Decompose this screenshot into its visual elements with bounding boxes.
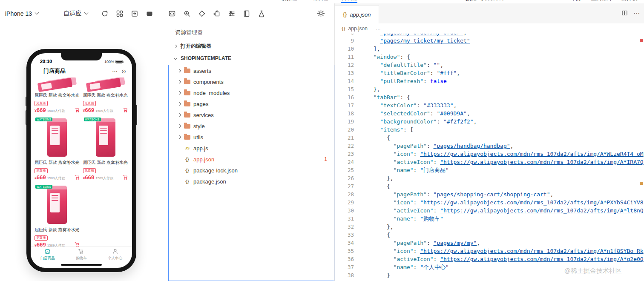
- tree-item-pages[interactable]: pages: [169, 98, 334, 109]
- top-tab-调试器[interactable]: 调试器: [341, 0, 357, 3]
- library-book-icon[interactable]: [243, 10, 250, 17]
- product-card[interactable]: 屈臣氏 新款 燕窝补水光见直播¥6691589人付款: [34, 78, 80, 113]
- code-area[interactable]: 8 "pages/my-order/my-order",9 "pages/my-…: [335, 34, 644, 281]
- power-button: [136, 105, 137, 125]
- product-image: [34, 78, 80, 91]
- top-tab-详情[interactable]: 详情: [570, 0, 581, 3]
- tree-item-asserts[interactable]: asserts: [169, 65, 334, 76]
- vconsole-icon[interactable]: [168, 10, 176, 17]
- phone-tab-门店商品[interactable]: 门店商品: [31, 247, 64, 262]
- checkup-search-icon[interactable]: [183, 10, 191, 17]
- top-tab-编辑器[interactable]: 编辑器: [312, 0, 329, 3]
- code-line: 17 "textColor": "#333333",: [335, 101, 644, 109]
- price-value: 669: [37, 107, 46, 113]
- line-number: 24: [335, 158, 354, 166]
- file-label: utils: [193, 134, 203, 140]
- volume-button: [26, 97, 27, 106]
- sales-count: 1589人付款: [47, 176, 65, 181]
- sales-count: 1589人付款: [47, 243, 65, 247]
- product-image: [83, 78, 129, 91]
- file-label: app.js: [193, 145, 208, 152]
- tree-item-style[interactable]: style: [169, 120, 334, 132]
- chevron-right-icon: [174, 44, 177, 48]
- code-line: 18 "selectedColor": "#009D9A",: [335, 109, 644, 118]
- settings-gear-icon[interactable]: [317, 9, 325, 17]
- add-to-cart-icon[interactable]: [75, 175, 80, 180]
- add-to-cart-icon[interactable]: [123, 107, 128, 113]
- top-tab-模拟器[interactable]: 模拟器: [281, 0, 298, 3]
- phone-tab-购物车[interactable]: 购物车: [64, 247, 98, 262]
- top-tab-预览[interactable]: 预览: [466, 0, 477, 3]
- top-tab-上传版本[interactable]: 上传版本: [591, 0, 613, 3]
- phone-tab-个人中心[interactable]: 个人中心: [98, 247, 132, 262]
- mock-filter-icon[interactable]: [228, 10, 236, 17]
- tree-item-node_modules[interactable]: node_modules: [169, 87, 334, 98]
- json-file-icon: {}: [342, 26, 345, 31]
- watermark: @稀土掘金技术社区: [564, 267, 622, 275]
- chevron-right-icon: [178, 80, 181, 83]
- line-number: 27: [335, 182, 354, 190]
- switch-page-icon[interactable]: [131, 10, 138, 17]
- project-section[interactable]: SHOPINGTEMPLATE: [168, 50, 334, 61]
- explorer-panel: 资源管理器 打开的编辑器 SHOPINGTEMPLATE assertscomp…: [168, 23, 334, 281]
- more-menu-icon[interactable]: ⋯: [112, 68, 118, 75]
- tree-item-app.js[interactable]: JSapp.js: [169, 143, 334, 154]
- zoom-selector[interactable]: 自适应: [63, 10, 88, 17]
- chevron-down-icon: [174, 56, 177, 60]
- more-actions-icon[interactable]: ⋯: [633, 10, 640, 16]
- phone-frame: 20:10 100% 门店商品 ⋯ ⊙ 屈臣氏: [26, 49, 136, 272]
- page-title: 门店商品: [43, 67, 66, 75]
- device-selector[interactable]: iPhone 13: [5, 10, 38, 17]
- code-line: 29 "icon": "https://gw.alipayobjects.com…: [335, 198, 644, 206]
- code-line: 16 "tabBar": {: [335, 93, 644, 101]
- code-line: 32 },: [335, 223, 644, 231]
- product-card[interactable]: WATSONS屈臣氏 新款 燕窝补水光见直播¥6691589人付款: [34, 117, 80, 181]
- folder-icon: [184, 102, 190, 106]
- file-label: style: [193, 123, 205, 129]
- warning-marker: [640, 182, 643, 185]
- tree-item-package.json[interactable]: {}package.json: [169, 176, 334, 187]
- tab-app-json[interactable]: {} app.json: [335, 5, 379, 23]
- ide-window: 模拟器编辑器调试器预览真机调试详情上传版本云开发 iPhone 13 自适应: [0, 0, 644, 281]
- tree-item-services[interactable]: services: [169, 109, 334, 120]
- brand-tag: WATSONS: [84, 118, 101, 121]
- tree-item-components[interactable]: components: [169, 76, 334, 87]
- code-line: 13 "titleBarColor": "#fff",: [335, 69, 644, 77]
- product-card[interactable]: 屈臣氏 新款 燕窝补水光见直播¥6691589人付款: [83, 78, 129, 113]
- breadcrumb[interactable]: {} app.json …: [335, 23, 644, 34]
- code-line: 28 "pagePath": "pages/shopping-cart/shop…: [335, 190, 644, 198]
- file-label: node_modules: [193, 90, 230, 96]
- target-icon[interactable]: ⊙: [121, 68, 126, 75]
- product-card[interactable]: WATSONS屈臣氏 新款 燕窝补水光见直播¥6691589人付款: [83, 117, 129, 181]
- grid-icon[interactable]: [116, 10, 124, 17]
- plugin-puzzle-icon[interactable]: [213, 10, 221, 17]
- cart-icon: [78, 248, 84, 255]
- price-value: 669: [37, 241, 46, 247]
- line-number: 8: [335, 34, 354, 37]
- top-tab-真机调试[interactable]: 真机调试: [481, 0, 503, 3]
- code-line: 11 "window": {: [335, 53, 644, 61]
- screenshot-icon[interactable]: [146, 10, 153, 17]
- product-card[interactable]: WATSONS屈臣氏 新款 燕窝补水光见直播¥6691589人付款: [34, 184, 80, 247]
- tree-item-package-lock.json[interactable]: {}package-lock.json: [169, 165, 334, 176]
- performance-diamond-icon[interactable]: [198, 10, 206, 17]
- tree-item-app.json[interactable]: {}app.json1: [169, 154, 334, 165]
- brand-tag: WATSONS: [35, 118, 52, 121]
- chevron-right-icon: [178, 124, 181, 128]
- person-icon: [112, 248, 118, 255]
- add-to-cart-icon[interactable]: [123, 175, 128, 180]
- phone-navbar: 门店商品 ⋯ ⊙: [31, 65, 132, 77]
- lab-flask-icon[interactable]: [258, 10, 265, 17]
- add-to-cart-icon[interactable]: [75, 242, 80, 247]
- refresh-icon[interactable]: [101, 10, 109, 17]
- line-number: 30: [335, 206, 354, 215]
- open-editors-section[interactable]: 打开的编辑器: [168, 36, 334, 50]
- explorer-title: 资源管理器: [168, 23, 334, 36]
- problem-badge: 1: [324, 156, 327, 162]
- tree-item-utils[interactable]: utils: [169, 132, 334, 143]
- top-tab-云开发[interactable]: 云开发: [621, 0, 638, 3]
- phone-tab-label: 门店商品: [40, 256, 55, 261]
- add-to-cart-icon[interactable]: [75, 107, 80, 113]
- line-number: 14: [335, 77, 354, 85]
- split-editor-icon[interactable]: [621, 10, 628, 16]
